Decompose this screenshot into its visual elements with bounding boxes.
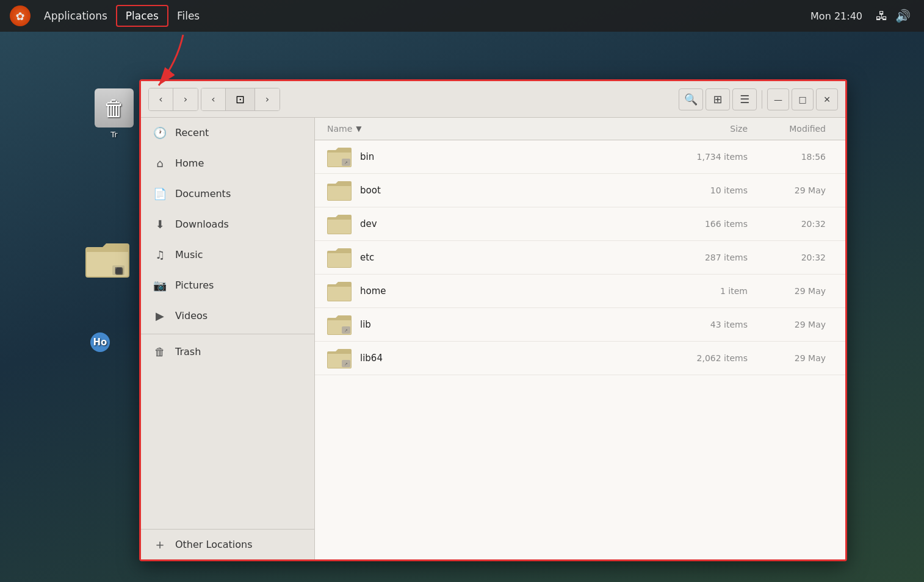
sort-arrow: ▼	[356, 124, 361, 133]
table-row[interactable]: boot 10 items 29 May	[315, 174, 845, 207]
toolbar: ‹ › ‹ ⊡ › 🔍 ⊞ ☰ — □ ✕	[141, 81, 845, 118]
taskbar-logo: ✿	[10, 5, 31, 26]
table-row[interactable]: dev 166 items 20:32	[315, 207, 845, 241]
file-name: home	[360, 286, 386, 296]
sidebar-item-videos[interactable]: ▶ Videos	[141, 301, 314, 331]
minimize-button[interactable]: —	[767, 88, 789, 110]
desktop-home-badge[interactable]: Ho	[90, 332, 110, 352]
sidebar: 🕐 Recent ⌂ Home 📄 Documents ⬇ Downloads …	[141, 118, 315, 559]
recent-icon: 🕐	[153, 126, 167, 139]
file-row-modified: 29 May	[748, 185, 833, 195]
location-icon-button[interactable]: ⊡	[226, 88, 255, 110]
taskbar-clock: Mon 21:40	[810, 10, 862, 22]
table-row[interactable]: ↗ bin 1,734 items 18:56	[315, 140, 845, 174]
sidebar-trash-label: Trash	[175, 346, 201, 357]
sidebar-documents-label: Documents	[175, 188, 231, 199]
list-view-button[interactable]: ☰	[732, 88, 757, 110]
file-row-size: 1 item	[656, 286, 748, 296]
sidebar-videos-label: Videos	[175, 310, 208, 322]
taskbar-places[interactable]: Places	[116, 5, 168, 27]
folder-icon	[327, 214, 352, 234]
svg-text:⬛: ⬛	[115, 267, 123, 275]
file-row-modified: 29 May	[748, 286, 833, 296]
folder-icon	[327, 247, 352, 268]
back-button[interactable]: ‹	[149, 88, 173, 110]
file-list: Name ▼ Size Modified ↗ bin 1,734 items 1…	[315, 118, 845, 559]
file-row-size: 287 items	[656, 253, 748, 262]
column-name-header[interactable]: Name ▼	[327, 124, 656, 134]
file-row-size: 43 items	[656, 320, 748, 329]
trash-icon: 🗑	[153, 345, 167, 358]
music-icon: ♫	[153, 248, 167, 261]
column-size-header[interactable]: Size	[656, 124, 748, 134]
desktop-folder[interactable]: ⬛	[85, 241, 129, 278]
file-row-size: 10 items	[656, 185, 748, 195]
sidebar-item-trash[interactable]: 🗑 Trash	[141, 337, 314, 367]
toolbar-right: 🔍 ⊞ ☰ — □ ✕	[679, 88, 838, 110]
taskbar: ✿ Applications Places Files Mon 21:40 🖧 …	[0, 0, 924, 32]
sidebar-home-label: Home	[175, 157, 204, 169]
file-name: dev	[360, 218, 377, 229]
file-name: bin	[360, 151, 374, 162]
file-row-modified: 20:32	[748, 219, 833, 229]
column-modified-header[interactable]: Modified	[748, 124, 833, 134]
table-row[interactable]: home 1 item 29 May	[315, 275, 845, 308]
folder-icon	[327, 180, 352, 201]
home-badge-icon: Ho	[90, 332, 110, 352]
maximize-button[interactable]: □	[792, 88, 814, 110]
trash-desktop-label: Tr	[110, 130, 117, 139]
network-icon[interactable]: 🖧	[876, 9, 888, 23]
sidebar-downloads-label: Downloads	[175, 218, 229, 230]
grid-view-button[interactable]: ⊞	[706, 88, 730, 110]
pictures-icon: 📷	[153, 279, 167, 292]
table-row[interactable]: etc 287 items 20:32	[315, 241, 845, 275]
search-button[interactable]: 🔍	[679, 88, 703, 110]
nav-group: ‹ ›	[148, 88, 198, 111]
file-row-size: 1,734 items	[656, 152, 748, 162]
sidebar-item-documents[interactable]: 📄 Documents	[141, 179, 314, 209]
sidebar-item-music[interactable]: ♫ Music	[141, 240, 314, 270]
file-row-size: 2,062 items	[656, 353, 748, 363]
taskbar-files[interactable]: Files	[168, 6, 208, 26]
folder-icon: ↗	[327, 146, 352, 167]
desktop-trash[interactable]: 🗑 Tr	[95, 88, 134, 139]
file-row-name: etc	[327, 247, 656, 268]
file-row-name: home	[327, 281, 656, 301]
logo-icon: ✿	[15, 10, 24, 23]
file-row-modified: 20:32	[748, 253, 833, 262]
file-name: boot	[360, 185, 381, 196]
location-group: ‹ ⊡ ›	[201, 88, 280, 111]
folder-desktop-icon: ⬛	[85, 241, 129, 278]
trash-desktop-icon: 🗑	[95, 88, 134, 128]
file-row-name: ↗ bin	[327, 146, 656, 167]
downloads-icon: ⬇	[153, 218, 167, 231]
location-forward-button[interactable]: ›	[255, 88, 280, 110]
file-row-name: ↗ lib	[327, 314, 656, 335]
close-button[interactable]: ✕	[816, 88, 838, 110]
sidebar-pictures-label: Pictures	[175, 279, 214, 291]
other-locations-icon: +	[153, 538, 167, 551]
file-name: lib64	[360, 353, 383, 364]
sidebar-item-pictures[interactable]: 📷 Pictures	[141, 270, 314, 301]
sidebar-recent-label: Recent	[175, 127, 209, 138]
file-name: etc	[360, 252, 374, 263]
svg-text:↗: ↗	[344, 160, 348, 165]
file-manager-window: ‹ › ‹ ⊡ › 🔍 ⊞ ☰ — □ ✕ 🕐 Recent	[139, 79, 847, 561]
taskbar-applications[interactable]: Applications	[35, 6, 116, 26]
sidebar-item-home[interactable]: ⌂ Home	[141, 148, 314, 179]
location-back-button[interactable]: ‹	[201, 88, 226, 110]
file-rows-container: ↗ bin 1,734 items 18:56 boot 10 items 29…	[315, 140, 845, 375]
sidebar-item-other-locations[interactable]: + Other Locations	[141, 529, 314, 559]
file-list-header: Name ▼ Size Modified	[315, 118, 845, 140]
table-row[interactable]: ↗ lib 43 items 29 May	[315, 308, 845, 342]
folder-icon: ↗	[327, 314, 352, 335]
table-row[interactable]: ↗ lib64 2,062 items 29 May	[315, 342, 845, 375]
file-row-modified: 18:56	[748, 152, 833, 162]
documents-icon: 📄	[153, 187, 167, 200]
volume-icon[interactable]: 🔊	[895, 9, 911, 23]
sidebar-item-downloads[interactable]: ⬇ Downloads	[141, 209, 314, 240]
sidebar-music-label: Music	[175, 249, 203, 260]
file-row-name: ↗ lib64	[327, 348, 656, 368]
sidebar-item-recent[interactable]: 🕐 Recent	[141, 118, 314, 148]
forward-button[interactable]: ›	[173, 88, 198, 110]
